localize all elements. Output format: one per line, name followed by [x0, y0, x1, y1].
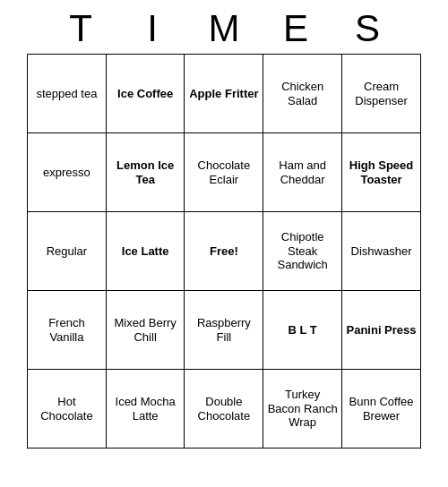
cell-3-2: Raspberry Fill [185, 291, 263, 370]
cell-2-2: Free! [185, 212, 263, 291]
cell-2-0: Regular [28, 212, 107, 291]
cell-4-4: Bunn Coffee Brewer [342, 370, 421, 449]
bingo-table: stepped teaIce CoffeeApple FritterChicke… [27, 54, 421, 449]
cell-0-1: Ice Coffee [106, 55, 185, 133]
cell-0-4: Cream Dispenser [342, 55, 421, 133]
cell-4-3: Turkey Bacon Ranch Wrap [263, 370, 342, 449]
title-letter: M [188, 7, 260, 50]
cell-0-0: stepped tea [28, 55, 107, 133]
cell-0-2: Apple Fritter [185, 55, 263, 133]
cell-2-1: Ice Latte [106, 212, 185, 291]
title-letter: I [116, 7, 188, 50]
cell-3-3: B L T [263, 291, 342, 370]
cell-1-3: Ham and Cheddar [263, 133, 342, 212]
title-row: TIMES [27, 0, 421, 54]
cell-2-4: Dishwasher [342, 212, 421, 291]
title-letter: T [45, 7, 116, 50]
cell-1-0: expresso [28, 133, 107, 212]
cell-4-1: Iced Mocha Latte [106, 370, 185, 449]
cell-4-2: Double Chocolate [185, 370, 263, 449]
cell-0-3: Chicken Salad [263, 55, 342, 133]
cell-2-3: Chipotle Steak Sandwich [263, 212, 342, 291]
cell-1-1: Lemon Ice Tea [106, 133, 185, 212]
cell-1-4: High Speed Toaster [342, 133, 421, 212]
title-letter: E [260, 7, 332, 50]
title-letter: S [332, 7, 403, 50]
cell-3-4: Panini Press [342, 291, 421, 370]
cell-3-0: French Vanilla [28, 291, 107, 370]
cell-1-2: Chocolate Eclair [185, 133, 263, 212]
cell-3-1: Mixed Berry Chill [106, 291, 185, 370]
cell-4-0: Hot Chocolate [28, 370, 107, 449]
